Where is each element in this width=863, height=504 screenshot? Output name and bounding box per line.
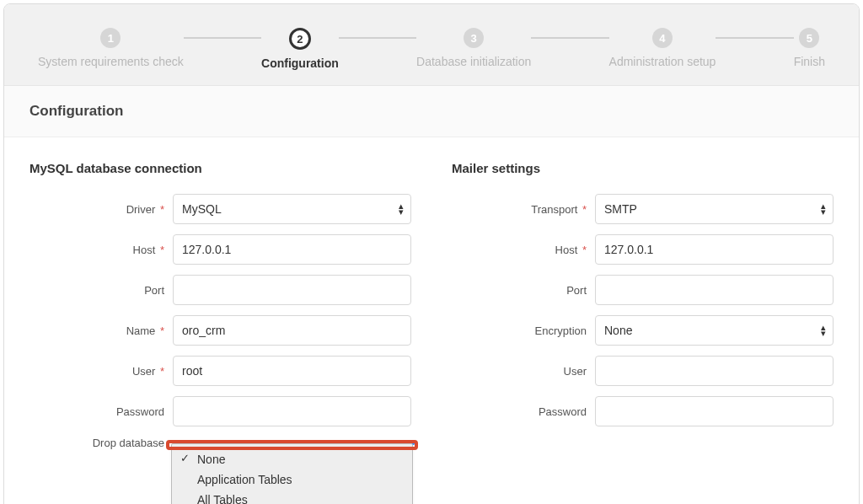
dropdown-option[interactable]: Application Tables [172,469,412,490]
step-connector [716,37,793,39]
page-title-bar: Configuration [4,86,859,137]
mailer-host-input[interactable] [595,234,834,265]
step-connector [339,37,416,39]
mailer-transport-select[interactable]: SMTP [595,194,834,224]
form-body: MySQL database connection Driver * MySQL… [4,137,859,504]
db-password-label: Password [29,405,173,418]
mailer-column: Mailer settings Transport * SMTP Host * … [452,161,834,459]
db-name-input[interactable] [173,315,411,346]
step-number-badge: 1 [100,28,121,48]
step-label: Finish [794,55,825,68]
db-port-input[interactable] [173,275,411,305]
step-label: Configuration [261,56,339,70]
mailer-password-label: Password [452,405,595,418]
mailer-password-input[interactable] [595,396,834,426]
dropdown-option[interactable]: All Tables [172,490,412,505]
page-title: Configuration [29,103,834,120]
chevron-updown-icon [821,201,826,217]
dropdown-option[interactable]: None [172,449,412,469]
chevron-updown-icon [821,323,826,338]
chevron-updown-icon [399,201,404,217]
mailer-port-label: Port [452,284,595,297]
step-label: System requirements check [38,55,184,68]
db-name-label: Name * [29,324,173,337]
mailer-user-input[interactable] [595,356,834,386]
db-drop-label: Drop database [29,437,173,449]
step-number-badge: 4 [652,28,673,48]
mailer-user-label: User [452,365,595,378]
mailer-heading: Mailer settings [452,161,834,175]
mailer-encryption-select[interactable]: None [595,315,834,346]
step-label: Database initialization [416,55,531,68]
db-driver-label: Driver * [29,203,173,216]
wizard-step[interactable]: 1System requirements check [38,28,184,68]
db-column: MySQL database connection Driver * MySQL… [29,161,411,459]
step-number-badge: 2 [289,28,311,50]
db-user-input[interactable] [173,356,411,386]
mailer-port-input[interactable] [595,275,834,305]
step-label: Administration setup [609,55,716,68]
step-number-badge: 3 [464,28,484,48]
db-host-input[interactable] [173,234,411,265]
app-frame: 1System requirements check2Configuration… [3,3,860,504]
wizard-step[interactable]: 4Administration setup [609,28,716,68]
mailer-encryption-label: Encryption [452,324,595,337]
wizard-steps-bar: 1System requirements check2Configuration… [4,4,859,86]
db-host-label: Host * [29,244,173,256]
db-driver-select[interactable]: MySQL [173,194,411,224]
db-drop-dropdown-menu[interactable]: NoneApplication TablesAll Tables [171,443,413,505]
step-connector [184,37,261,39]
db-port-label: Port [29,284,173,297]
wizard-step[interactable]: 2Configuration [261,28,339,70]
mailer-transport-label: Transport * [452,203,595,216]
db-heading: MySQL database connection [29,161,411,175]
mailer-host-label: Host * [452,244,595,256]
db-user-label: User * [29,365,173,378]
wizard-step[interactable]: 3Database initialization [416,28,531,68]
step-number-badge: 5 [799,28,819,48]
db-password-input[interactable] [173,396,411,426]
step-connector [531,37,608,39]
wizard-step[interactable]: 5Finish [794,28,825,68]
